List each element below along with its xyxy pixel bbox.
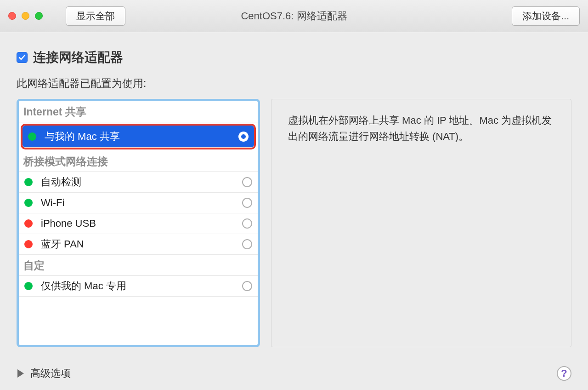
option-bluetooth-pan[interactable]: 蓝牙 PAN: [19, 234, 258, 255]
option-label: iPhone USB: [41, 218, 242, 229]
status-dot-icon: [24, 282, 33, 290]
close-icon[interactable]: [8, 12, 16, 20]
advanced-options-toggle[interactable]: 高级选项: [17, 367, 71, 380]
connect-adapter-label: 连接网络适配器: [33, 49, 123, 66]
mode-description-panel: 虚拟机在外部网络上共享 Mac 的 IP 地址。Mac 为虚拟机发出的网络流量进…: [271, 99, 571, 347]
check-icon: [18, 54, 26, 61]
radio-icon[interactable]: [242, 218, 252, 229]
option-autodetect[interactable]: 自动检测: [19, 172, 258, 193]
maximize-icon[interactable]: [35, 12, 43, 20]
config-description-label: 此网络适配器已配置为使用:: [17, 76, 571, 91]
status-dot-icon: [24, 178, 33, 186]
option-label: 与我的 Mac 共享: [45, 130, 238, 143]
radio-icon[interactable]: [242, 239, 252, 249]
option-label: 蓝牙 PAN: [41, 237, 242, 251]
panes: Internet 共享 与我的 Mac 共享 桥接模式网络连接 自动检测: [17, 99, 571, 360]
connect-adapter-checkbox[interactable]: [17, 52, 28, 63]
group-header-internet-sharing: Internet 共享: [19, 101, 258, 122]
radio-icon[interactable]: [242, 281, 252, 291]
option-label: Wi-Fi: [41, 197, 242, 209]
option-wifi[interactable]: Wi-Fi: [19, 193, 258, 213]
mode-description-text: 虚拟机在外部网络上共享 Mac 的 IP 地址。Mac 为虚拟机发出的网络流量进…: [288, 115, 552, 142]
advanced-options-label: 高级选项: [30, 367, 71, 380]
connect-adapter-row: 连接网络适配器: [17, 49, 571, 66]
radio-icon[interactable]: [242, 177, 252, 187]
minimize-icon[interactable]: [22, 12, 29, 20]
group-header-bridged: 桥接模式网络连接: [19, 151, 258, 172]
option-label: 自动检测: [41, 175, 242, 189]
titlebar: 显示全部 CentOS7.6: 网络适配器 添加设备...: [0, 0, 588, 32]
content-area: 连接网络适配器 此网络适配器已配置为使用: Internet 共享 与我的 Ma…: [0, 32, 588, 390]
footer: 高级选项 ?: [17, 360, 571, 381]
traffic-lights: [8, 12, 43, 20]
radio-selected-icon[interactable]: [238, 132, 249, 142]
disclosure-triangle-icon: [17, 369, 24, 378]
option-mac-only[interactable]: 仅供我的 Mac 专用: [19, 276, 258, 297]
annotation-highlight: 与我的 Mac 共享: [21, 124, 256, 149]
show-all-button[interactable]: 显示全部: [66, 6, 125, 26]
status-dot-icon: [24, 199, 33, 207]
status-dot-icon: [24, 240, 33, 248]
add-device-button[interactable]: 添加设备...: [512, 6, 580, 26]
option-label: 仅供我的 Mac 专用: [41, 279, 242, 293]
network-mode-list: Internet 共享 与我的 Mac 共享 桥接模式网络连接 自动检测: [17, 99, 260, 347]
settings-window: 显示全部 CentOS7.6: 网络适配器 添加设备... 连接网络适配器 此网…: [0, 0, 588, 390]
radio-icon[interactable]: [242, 198, 252, 208]
option-iphone-usb[interactable]: iPhone USB: [19, 213, 258, 234]
group-header-custom: 自定: [19, 255, 258, 276]
status-dot-icon: [24, 219, 33, 228]
option-share-with-mac[interactable]: 与我的 Mac 共享: [23, 126, 254, 148]
help-button[interactable]: ?: [557, 366, 571, 381]
status-dot-icon: [28, 132, 36, 141]
